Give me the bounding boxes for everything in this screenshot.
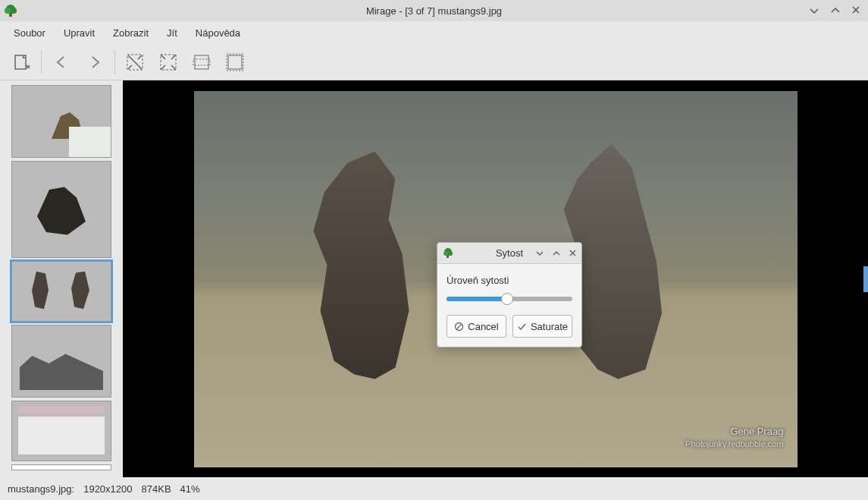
status-filename: mustangs9.jpg: <box>8 483 74 495</box>
open-file-button[interactable] <box>5 46 38 79</box>
menu-file[interactable]: Soubor <box>5 24 55 42</box>
zoom-out-button[interactable] <box>118 46 152 79</box>
zoom-in-button[interactable] <box>152 46 185 79</box>
status-zoom: 41% <box>180 483 200 495</box>
svg-point-3 <box>11 8 17 14</box>
thumbnail[interactable] <box>11 464 111 470</box>
dialog-titlebar[interactable]: Sytost <box>437 243 581 264</box>
thumbnail[interactable] <box>11 85 111 158</box>
thumbnail[interactable] <box>11 325 111 398</box>
scrollbar-thumb[interactable] <box>863 266 868 292</box>
menubar: Soubor Upravit Zobrazit Jít Nápověda <box>0 21 868 44</box>
slider-thumb[interactable] <box>501 293 513 305</box>
svg-point-2 <box>5 8 11 14</box>
menu-view[interactable]: Zobrazit <box>104 24 158 42</box>
fit-width-button[interactable] <box>185 46 218 79</box>
menu-go[interactable]: Jít <box>158 24 186 42</box>
check-icon <box>517 322 527 332</box>
cancel-label: Cancel <box>468 321 498 332</box>
toolbar-separator <box>41 50 42 74</box>
saturate-label: Saturate <box>531 321 568 332</box>
close-icon[interactable] <box>851 5 860 16</box>
window-title: Mirage - [3 of 7] mustangs9.jpg <box>366 5 502 17</box>
thumbnail[interactable] <box>11 161 111 258</box>
saturation-dialog: Sytost Úroveň sytosti Cancel Saturate <box>437 242 582 347</box>
image-watermark: Gene Praag Photojunky.redbubble.com <box>685 425 783 451</box>
status-filesize: 874KB <box>142 483 171 495</box>
saturate-button[interactable]: Saturate <box>512 315 572 338</box>
next-image-button[interactable] <box>78 46 111 79</box>
cancel-button[interactable]: Cancel <box>447 315 506 338</box>
svg-line-16 <box>457 324 462 329</box>
svg-rect-7 <box>195 55 208 69</box>
maximize-icon[interactable] <box>830 5 841 16</box>
menu-help[interactable]: Nápověda <box>186 24 249 42</box>
minimize-icon[interactable] <box>809 5 819 16</box>
dialog-expand-icon[interactable] <box>552 249 561 258</box>
statusbar: mustangs9.jpg: 1920x1200 874KB 41% <box>0 477 868 500</box>
svg-rect-9 <box>228 55 242 69</box>
dialog-collapse-icon[interactable] <box>535 249 544 258</box>
status-dimensions: 1920x1200 <box>83 483 132 495</box>
thumbnail[interactable] <box>11 401 111 461</box>
window-titlebar: Mirage - [3 of 7] mustangs9.jpg <box>0 0 868 21</box>
svg-point-14 <box>448 251 453 256</box>
svg-rect-8 <box>193 59 210 65</box>
thumbnail-panel[interactable] <box>0 80 123 477</box>
svg-point-13 <box>443 251 448 256</box>
cancel-icon <box>454 322 464 332</box>
fit-window-button[interactable] <box>218 46 252 79</box>
image-content <box>300 152 437 379</box>
app-icon <box>442 247 454 259</box>
thumbnail-selected[interactable] <box>11 261 111 322</box>
main-area: Gene Praag Photojunky.redbubble.com Syto… <box>0 80 868 477</box>
prev-image-button[interactable] <box>45 46 78 79</box>
svg-rect-10 <box>227 54 243 71</box>
toolbar-separator <box>114 50 115 74</box>
slider-fill <box>447 297 507 301</box>
toolbar <box>0 44 868 80</box>
dialog-close-icon[interactable] <box>569 249 577 257</box>
dialog-title: Sytost <box>454 247 528 259</box>
saturation-slider[interactable] <box>447 297 572 301</box>
app-icon <box>3 3 18 18</box>
saturation-label: Úroveň sytosti <box>447 275 572 286</box>
menu-edit[interactable]: Upravit <box>55 24 104 42</box>
